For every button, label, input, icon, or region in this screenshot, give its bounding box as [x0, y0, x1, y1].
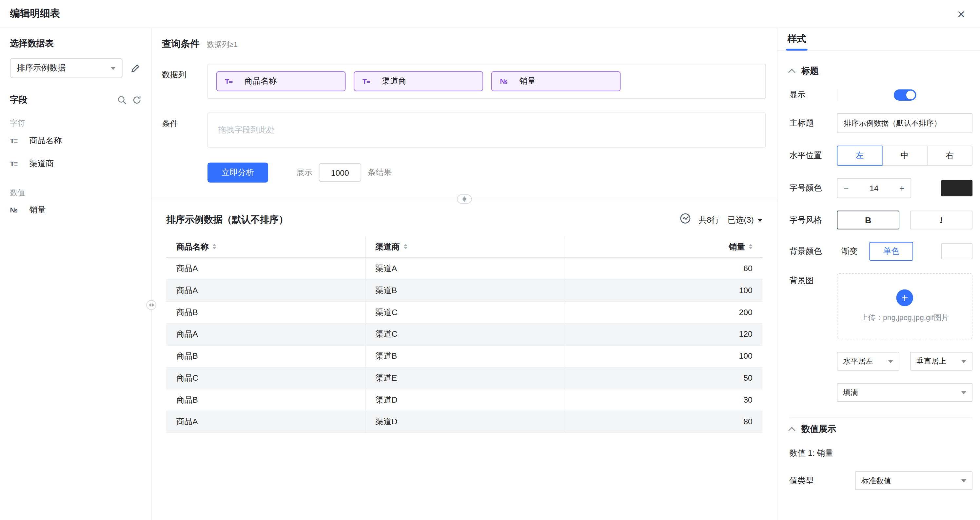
section-title-header[interactable]: 标题 [789, 65, 972, 77]
table-cell: 商品A [166, 410, 365, 432]
chip-label: 商品名称 [245, 76, 277, 87]
result-title: 排序示例数据（默认不排序） [166, 214, 288, 226]
font-size-color-label: 字号颜色 [789, 183, 837, 194]
text-field-icon: T≡ [10, 137, 24, 144]
value-type-value: 标准数值 [861, 475, 891, 486]
h-align-select[interactable]: 水平居左 [837, 352, 899, 370]
field-item-sales[interactable]: № 销量 [10, 198, 141, 221]
table-cell: 商品A [166, 257, 365, 279]
query-title: 查询条件 [162, 38, 199, 50]
section-value-header[interactable]: 数值展示 [789, 424, 972, 435]
gradient-button[interactable]: 渐变 [837, 246, 862, 257]
data-columns-dropzone[interactable]: T≡ 商品名称 T≡ 渠道商 № 销量 [207, 64, 766, 99]
table-cell: 60 [564, 257, 762, 279]
bold-button[interactable]: B [837, 211, 899, 229]
refresh-icon[interactable] [132, 96, 141, 105]
chevron-up-icon [788, 427, 795, 434]
condition-dropzone[interactable]: 拖拽字段到此处 [207, 112, 766, 148]
value-type-select[interactable]: 标准数值 [855, 471, 972, 490]
section-divider [152, 199, 777, 199]
minus-button[interactable]: − [837, 183, 855, 193]
font-color-swatch[interactable] [941, 180, 972, 196]
plus-button[interactable]: + [893, 183, 910, 193]
chevron-down-icon [888, 360, 893, 365]
font-size-value[interactable]: 14 [855, 183, 893, 193]
h-align-value: 水平居左 [843, 356, 873, 367]
chevron-down-icon [757, 219, 762, 224]
field-item-product-name[interactable]: T≡ 商品名称 [10, 129, 141, 152]
table-cell: 120 [564, 323, 762, 345]
sort-icon[interactable] [212, 242, 216, 252]
sort-icon[interactable] [749, 242, 752, 252]
table-cell: 渠道C [365, 323, 564, 345]
dialog-header: 编辑明细表 × [0, 0, 980, 28]
sort-icon[interactable] [404, 242, 407, 252]
column-header-sales[interactable]: 销量 [564, 236, 762, 258]
chip-label: 渠道商 [382, 76, 406, 87]
chart-preview-icon[interactable] [680, 213, 690, 226]
data-columns-label: 数据列 [162, 64, 207, 99]
field-item-channel[interactable]: T≡ 渠道商 [10, 152, 141, 175]
table-select-row: 排序示例数据 [10, 58, 141, 78]
edit-detail-table-dialog: 编辑明细表 × 选择数据表 排序示例数据 字段 [0, 0, 980, 520]
column-header-channel[interactable]: 渠道商 [365, 236, 564, 258]
value-type-label: 值类型 [789, 475, 837, 486]
metric-label: 数值 1: 销量 [789, 448, 972, 459]
solid-color-button[interactable]: 单色 [869, 242, 913, 261]
table-row: 商品A 渠道D 80 [166, 410, 762, 432]
style-panel: 样式 标题 显示 主标题 [777, 28, 980, 520]
query-conditions-section: 查询条件 数据列≥1 数据列 T≡ 商品名称 T≡ 渠道商 [152, 28, 777, 183]
selected-columns-dropdown[interactable]: 已选(3) [728, 214, 763, 225]
search-icon[interactable] [117, 96, 126, 105]
column-header-product-name[interactable]: 商品名称 [166, 236, 365, 258]
field-chip-product-name[interactable]: T≡ 商品名称 [216, 71, 346, 91]
bg-image-upload-area[interactable]: + 上传：png,jpeg,jpg,gif图片 [837, 273, 972, 339]
edit-table-icon[interactable] [131, 63, 140, 73]
bg-color-swatch[interactable] [941, 243, 972, 260]
v-align-select[interactable]: 垂直居上 [910, 352, 972, 370]
show-title-toggle[interactable] [894, 89, 916, 100]
table-cell: 30 [564, 389, 762, 411]
close-icon[interactable]: × [958, 7, 965, 20]
group-label-number: 数值 [10, 188, 141, 198]
fields-header: 字段 [10, 94, 141, 105]
tab-style[interactable]: 样式 [786, 33, 808, 50]
align-center-button[interactable]: 中 [882, 145, 928, 166]
field-chip-sales[interactable]: № 销量 [491, 71, 621, 91]
chevron-up-icon [788, 69, 795, 76]
result-limit-input[interactable] [319, 163, 361, 182]
table-select[interactable]: 排序示例数据 [10, 58, 123, 78]
table-row: 商品A 渠道B 100 [166, 279, 762, 301]
column-title: 渠道商 [375, 241, 399, 252]
chevron-down-icon [961, 391, 966, 397]
display-suffix: 条结果 [368, 167, 392, 178]
main-title-label: 主标题 [789, 117, 837, 129]
dialog-title: 编辑明细表 [10, 7, 60, 20]
italic-button[interactable]: I [910, 211, 972, 229]
table-select-value: 排序示例数据 [17, 63, 65, 74]
chevron-down-icon [961, 360, 966, 365]
column-title: 商品名称 [177, 241, 209, 252]
align-left-button[interactable]: 左 [837, 145, 882, 166]
table-cell: 商品B [166, 301, 365, 323]
align-right-button[interactable]: 右 [927, 145, 972, 166]
section-separator [789, 417, 972, 417]
fill-mode-select[interactable]: 填满 [837, 383, 972, 402]
section-title: 标题 [801, 65, 819, 77]
vertical-resize-handle[interactable] [457, 195, 472, 204]
fields-label: 字段 [10, 94, 27, 105]
text-field-icon: T≡ [225, 77, 239, 85]
table-row: 商品C 渠道E 50 [166, 367, 762, 389]
table-row: 商品B 渠道D 30 [166, 389, 762, 411]
panel-collapse-handle[interactable] [146, 300, 156, 310]
table-row: 商品A 渠道A 60 [166, 257, 762, 279]
table-row: 商品B 渠道B 100 [166, 345, 762, 367]
plus-circle-icon[interactable]: + [896, 290, 913, 306]
column-title: 销量 [729, 241, 745, 252]
section-title: 数值展示 [801, 424, 837, 435]
display-label: 展示 [296, 167, 313, 178]
bg-image-label: 背景图 [789, 273, 837, 286]
field-chip-channel[interactable]: T≡ 渠道商 [354, 71, 483, 91]
main-title-input[interactable] [837, 113, 972, 133]
analyze-button[interactable]: 立即分析 [207, 163, 268, 183]
